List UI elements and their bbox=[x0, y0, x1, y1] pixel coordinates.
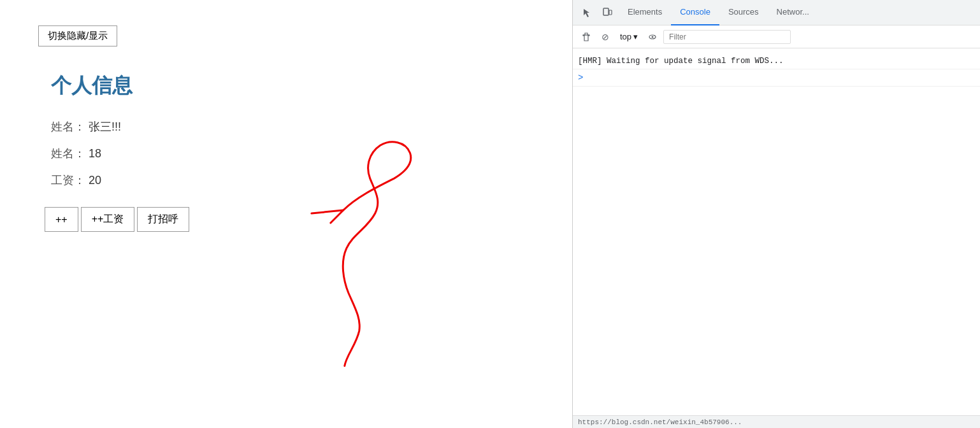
svg-rect-1 bbox=[609, 10, 612, 15]
name-label: 姓名： bbox=[51, 120, 85, 133]
inspector-icon-btn[interactable] bbox=[578, 4, 596, 22]
svg-point-5 bbox=[652, 36, 654, 38]
console-line-text: [HMR] Waiting for update signal from WDS… bbox=[578, 55, 784, 68]
eye-btn[interactable] bbox=[644, 29, 661, 45]
increment-salary-button[interactable]: ++工资 bbox=[81, 207, 135, 232]
clear-icon bbox=[582, 32, 591, 41]
dropdown-arrow-icon: ▾ bbox=[633, 32, 638, 41]
console-line-arrow[interactable]: > bbox=[573, 69, 980, 87]
console-line-hmr: [HMR] Waiting for update signal from WDS… bbox=[573, 54, 980, 69]
console-arrow-icon: > bbox=[578, 71, 583, 85]
cursor-icon bbox=[582, 8, 592, 18]
devtools-statusbar: https://blog.csdn.net/weixin_4b57906... bbox=[573, 415, 980, 428]
tab-elements[interactable]: Elements bbox=[619, 0, 671, 25]
svg-rect-0 bbox=[603, 8, 609, 15]
svg-marker-2 bbox=[583, 33, 589, 41]
top-selector[interactable]: top ▾ bbox=[616, 31, 642, 43]
eye-icon bbox=[648, 32, 657, 41]
toggle-button[interactable]: 切换隐藏/显示 bbox=[38, 25, 117, 46]
top-label: top bbox=[620, 32, 631, 41]
age-label: 姓名： bbox=[51, 147, 85, 160]
salary-value: 20 bbox=[89, 174, 101, 187]
devtools-toolbar: ⊘ top ▾ bbox=[573, 25, 980, 48]
age-value: 18 bbox=[89, 147, 101, 160]
device-icon bbox=[602, 8, 612, 18]
devtools-panel: Elements Console Sources Networ... ⊘ top… bbox=[572, 0, 980, 428]
clear-console-btn[interactable] bbox=[578, 29, 594, 45]
age-row: 姓名： 18 bbox=[51, 146, 534, 161]
filter-input[interactable] bbox=[663, 30, 791, 44]
statusbar-url: https://blog.csdn.net/weixin_4b57906... bbox=[578, 418, 742, 426]
increment-button[interactable]: ++ bbox=[45, 207, 78, 232]
main-content: 切换隐藏/显示 个人信息 姓名： 张三!!! 姓名： 18 工资： 20 ++ … bbox=[0, 0, 572, 428]
section-title: 个人信息 bbox=[51, 72, 534, 100]
device-toggle-btn[interactable] bbox=[598, 4, 616, 22]
greet-button[interactable]: 打招呼 bbox=[137, 207, 189, 232]
tab-network[interactable]: Networ... bbox=[768, 0, 818, 25]
salary-label: 工资： bbox=[51, 174, 85, 187]
block-requests-btn[interactable]: ⊘ bbox=[597, 29, 614, 45]
devtools-tabs: Elements Console Sources Networ... bbox=[573, 0, 980, 25]
name-value: 张三!!! bbox=[89, 120, 121, 133]
console-output: [HMR] Waiting for update signal from WDS… bbox=[573, 48, 980, 415]
tab-console[interactable]: Console bbox=[671, 0, 719, 25]
bottom-buttons: ++ ++工资 打招呼 bbox=[45, 207, 534, 232]
tab-sources[interactable]: Sources bbox=[719, 0, 768, 25]
salary-row: 工资： 20 bbox=[51, 173, 534, 188]
name-row: 姓名： 张三!!! bbox=[51, 119, 534, 134]
